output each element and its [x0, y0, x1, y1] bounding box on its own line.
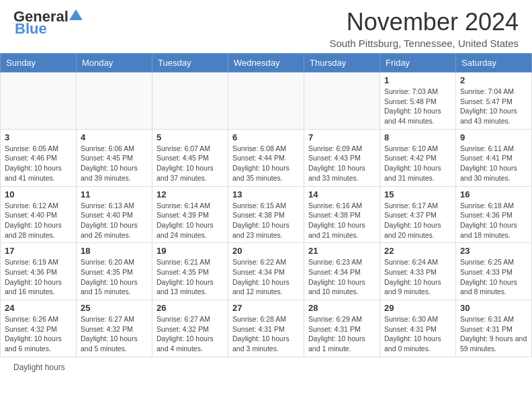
calendar-cell: 21Sunrise: 6:23 AM Sunset: 4:34 PM Dayli… — [304, 243, 380, 300]
day-info: Sunrise: 6:31 AM Sunset: 4:31 PM Dayligh… — [460, 314, 527, 354]
day-number: 28 — [308, 303, 375, 313]
calendar-day-header: Wednesday — [228, 54, 304, 73]
day-number: 10 — [5, 189, 72, 199]
calendar-cell — [228, 73, 304, 130]
calendar-header-row: SundayMondayTuesdayWednesdayThursdayFrid… — [1, 54, 532, 73]
day-number: 4 — [81, 132, 148, 142]
calendar-cell: 12Sunrise: 6:14 AM Sunset: 4:39 PM Dayli… — [152, 186, 228, 243]
day-number: 6 — [232, 132, 300, 142]
calendar-cell: 11Sunrise: 6:13 AM Sunset: 4:40 PM Dayli… — [77, 186, 152, 243]
day-number: 12 — [157, 189, 224, 199]
day-info: Sunrise: 6:16 AM Sunset: 4:38 PM Dayligh… — [308, 201, 375, 240]
day-info: Sunrise: 6:15 AM Sunset: 4:38 PM Dayligh… — [232, 201, 300, 240]
day-number: 20 — [232, 246, 300, 256]
calendar-cell: 17Sunrise: 6:19 AM Sunset: 4:36 PM Dayli… — [1, 243, 77, 300]
calendar-cell: 13Sunrise: 6:15 AM Sunset: 4:38 PM Dayli… — [228, 186, 304, 243]
day-info: Sunrise: 6:17 AM Sunset: 4:37 PM Dayligh… — [384, 201, 451, 240]
day-number: 17 — [5, 246, 72, 256]
calendar-cell: 16Sunrise: 6:18 AM Sunset: 4:36 PM Dayli… — [456, 186, 532, 243]
day-number: 7 — [308, 132, 375, 142]
calendar-day-header: Monday — [77, 54, 152, 73]
day-info: Sunrise: 6:30 AM Sunset: 4:31 PM Dayligh… — [384, 314, 451, 354]
day-number: 1 — [384, 75, 451, 85]
day-number: 8 — [384, 132, 451, 142]
calendar-week-row: 10Sunrise: 6:12 AM Sunset: 4:40 PM Dayli… — [1, 186, 532, 243]
calendar-cell — [1, 73, 77, 130]
calendar-day-header: Friday — [380, 54, 456, 73]
day-info: Sunrise: 6:19 AM Sunset: 4:36 PM Dayligh… — [5, 257, 72, 297]
day-number: 2 — [460, 75, 527, 85]
day-number: 13 — [232, 189, 300, 199]
calendar-cell: 7Sunrise: 6:09 AM Sunset: 4:43 PM Daylig… — [304, 129, 380, 186]
day-info: Sunrise: 6:29 AM Sunset: 4:31 PM Dayligh… — [308, 314, 375, 354]
calendar-week-row: 1Sunrise: 7:03 AM Sunset: 5:48 PM Daylig… — [1, 73, 532, 130]
footer: Daylight hours — [0, 357, 532, 377]
calendar-cell: 20Sunrise: 6:22 AM Sunset: 4:34 PM Dayli… — [228, 243, 304, 300]
calendar-day-header: Thursday — [304, 54, 380, 73]
day-info: Sunrise: 6:25 AM Sunset: 4:33 PM Dayligh… — [460, 257, 527, 297]
calendar-cell — [77, 73, 152, 130]
day-number: 9 — [460, 132, 527, 142]
calendar-cell: 4Sunrise: 6:06 AM Sunset: 4:45 PM Daylig… — [77, 129, 152, 186]
day-info: Sunrise: 6:05 AM Sunset: 4:46 PM Dayligh… — [5, 144, 72, 183]
day-info: Sunrise: 6:13 AM Sunset: 4:40 PM Dayligh… — [81, 201, 148, 240]
day-number: 16 — [460, 189, 527, 199]
calendar-day-header: Saturday — [456, 54, 532, 73]
day-info: Sunrise: 6:27 AM Sunset: 4:32 PM Dayligh… — [157, 314, 224, 354]
logo: General Blue — [13, 8, 83, 38]
day-number: 11 — [81, 189, 148, 199]
calendar-week-row: 17Sunrise: 6:19 AM Sunset: 4:36 PM Dayli… — [1, 243, 532, 300]
calendar-cell: 26Sunrise: 6:27 AM Sunset: 4:32 PM Dayli… — [152, 300, 228, 357]
svg-marker-0 — [69, 9, 83, 20]
day-number: 21 — [308, 246, 375, 256]
day-number: 24 — [5, 303, 72, 313]
day-number: 22 — [384, 246, 451, 256]
calendar-cell: 6Sunrise: 6:08 AM Sunset: 4:44 PM Daylig… — [228, 129, 304, 186]
day-info: Sunrise: 6:21 AM Sunset: 4:35 PM Dayligh… — [157, 257, 224, 297]
page-header: General Blue November 2024 South Pittsbu… — [0, 0, 532, 53]
calendar-cell: 25Sunrise: 6:27 AM Sunset: 4:32 PM Dayli… — [77, 300, 152, 357]
calendar-day-header: Tuesday — [152, 54, 228, 73]
title-block: November 2024 South Pittsburg, Tennessee… — [329, 8, 519, 49]
day-info: Sunrise: 6:14 AM Sunset: 4:39 PM Dayligh… — [157, 201, 224, 240]
logo-icon — [69, 8, 83, 21]
day-number: 14 — [308, 189, 375, 199]
day-info: Sunrise: 6:10 AM Sunset: 4:42 PM Dayligh… — [384, 144, 451, 183]
day-info: Sunrise: 6:07 AM Sunset: 4:45 PM Dayligh… — [157, 144, 224, 183]
calendar-cell: 28Sunrise: 6:29 AM Sunset: 4:31 PM Dayli… — [304, 300, 380, 357]
day-number: 5 — [157, 132, 224, 142]
day-info: Sunrise: 6:28 AM Sunset: 4:31 PM Dayligh… — [232, 314, 300, 354]
calendar-cell — [304, 73, 380, 130]
month-title: November 2024 — [329, 8, 519, 36]
calendar-cell: 24Sunrise: 6:26 AM Sunset: 4:32 PM Dayli… — [1, 300, 77, 357]
day-number: 3 — [5, 132, 72, 142]
day-info: Sunrise: 6:27 AM Sunset: 4:32 PM Dayligh… — [81, 314, 148, 354]
location: South Pittsburg, Tennessee, United State… — [329, 38, 519, 49]
calendar-cell — [152, 73, 228, 130]
calendar-cell: 19Sunrise: 6:21 AM Sunset: 4:35 PM Dayli… — [152, 243, 228, 300]
day-info: Sunrise: 6:06 AM Sunset: 4:45 PM Dayligh… — [81, 144, 148, 183]
day-info: Sunrise: 7:03 AM Sunset: 5:48 PM Dayligh… — [384, 87, 451, 126]
calendar-cell: 1Sunrise: 7:03 AM Sunset: 5:48 PM Daylig… — [380, 73, 456, 130]
day-info: Sunrise: 7:04 AM Sunset: 5:47 PM Dayligh… — [460, 87, 527, 126]
day-info: Sunrise: 6:26 AM Sunset: 4:32 PM Dayligh… — [5, 314, 72, 354]
daylight-label: Daylight hours — [13, 363, 65, 372]
day-number: 19 — [157, 246, 224, 256]
calendar-cell: 30Sunrise: 6:31 AM Sunset: 4:31 PM Dayli… — [456, 300, 532, 357]
calendar-cell: 3Sunrise: 6:05 AM Sunset: 4:46 PM Daylig… — [1, 129, 77, 186]
logo-blue-text: Blue — [15, 20, 47, 38]
day-info: Sunrise: 6:08 AM Sunset: 4:44 PM Dayligh… — [232, 144, 300, 183]
day-info: Sunrise: 6:18 AM Sunset: 4:36 PM Dayligh… — [460, 201, 527, 240]
calendar-cell: 15Sunrise: 6:17 AM Sunset: 4:37 PM Dayli… — [380, 186, 456, 243]
day-number: 27 — [232, 303, 300, 313]
calendar-cell: 14Sunrise: 6:16 AM Sunset: 4:38 PM Dayli… — [304, 186, 380, 243]
day-number: 25 — [81, 303, 148, 313]
calendar-day-header: Sunday — [1, 54, 77, 73]
calendar-week-row: 3Sunrise: 6:05 AM Sunset: 4:46 PM Daylig… — [1, 129, 532, 186]
day-number: 29 — [384, 303, 451, 313]
calendar-table: SundayMondayTuesdayWednesdayThursdayFrid… — [0, 53, 532, 357]
day-number: 15 — [384, 189, 451, 199]
day-info: Sunrise: 6:22 AM Sunset: 4:34 PM Dayligh… — [232, 257, 300, 297]
calendar-cell: 5Sunrise: 6:07 AM Sunset: 4:45 PM Daylig… — [152, 129, 228, 186]
day-info: Sunrise: 6:20 AM Sunset: 4:35 PM Dayligh… — [81, 257, 148, 297]
